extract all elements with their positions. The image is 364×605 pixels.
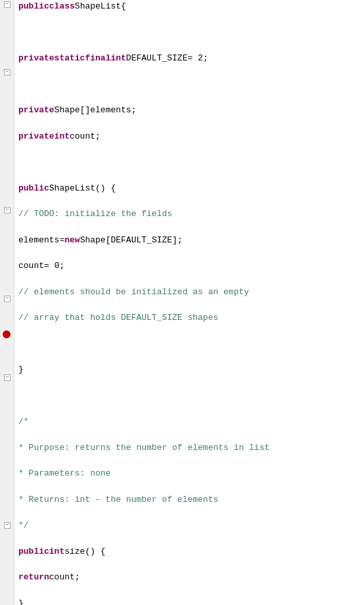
code-line: } xyxy=(14,597,364,606)
code-line xyxy=(14,78,364,91)
collapse-marker-8[interactable]: − xyxy=(4,69,11,76)
code-line: private Shape[] elements; xyxy=(14,104,364,117)
code-line: */ xyxy=(14,519,364,532)
code-line: * Returns: int - the number of elements xyxy=(14,493,364,506)
code-line: public int size() { xyxy=(14,545,364,558)
code-line: } xyxy=(14,363,364,376)
code-line: count = 0; xyxy=(14,259,364,273)
collapse-marker-1[interactable]: − xyxy=(4,1,11,8)
code-line: * Parameters: none xyxy=(14,467,364,480)
code-line: elements = new Shape[DEFAULT_SIZE]; xyxy=(14,234,364,247)
collapse-marker-22[interactable]: − xyxy=(4,207,11,213)
code-line: // array that holds DEFAULT_SIZE shapes xyxy=(14,311,364,325)
code-line xyxy=(14,390,364,403)
code-content: public class ShapeList{ private static f… xyxy=(14,0,364,605)
breakpoint-35[interactable] xyxy=(3,330,11,338)
collapse-marker-41[interactable]: − xyxy=(4,374,11,381)
editor-gutter: − − − − − − xyxy=(0,0,14,605)
collapse-marker-54[interactable]: − xyxy=(4,522,11,529)
code-line: * Purpose: returns the number of element… xyxy=(14,441,364,455)
code-line: return count; xyxy=(14,571,364,584)
code-line xyxy=(14,338,364,351)
code-line xyxy=(14,156,364,169)
code-line: /* xyxy=(14,415,364,428)
collapse-marker-31[interactable]: − xyxy=(4,296,11,302)
code-line xyxy=(14,26,364,39)
code-line: // TODO: initialize the fields xyxy=(14,208,364,221)
code-line: public class ShapeList{ xyxy=(14,0,364,13)
code-line: private static final int DEFAULT_SIZE = … xyxy=(14,52,364,65)
code-line: // elements should be initialized as an … xyxy=(14,286,364,299)
code-line: private int count; xyxy=(14,130,364,143)
code-line: public ShapeList() { xyxy=(14,182,364,195)
code-editor: − − − − − − public class ShapeList{ priv… xyxy=(0,0,364,605)
